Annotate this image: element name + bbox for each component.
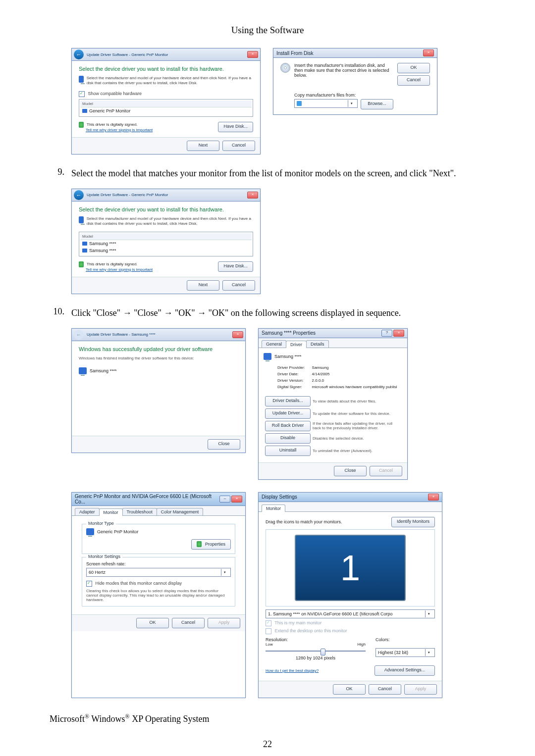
advanced-settings-button[interactable]: Advanced Settings... bbox=[374, 665, 435, 676]
signing-link[interactable]: Tell me why driver signing is important bbox=[86, 128, 153, 132]
refresh-rate-select[interactable]: 60 Hertz ▾ bbox=[86, 568, 231, 577]
chevron-down-icon[interactable]: ▾ bbox=[221, 569, 228, 576]
device-name: Samsung **** bbox=[90, 367, 117, 373]
ok-button[interactable]: OK bbox=[136, 618, 169, 628]
signing-link[interactable]: Tell me why driver signing is important bbox=[86, 267, 153, 272]
monitor-icon bbox=[79, 216, 84, 223]
close-icon[interactable]: × bbox=[423, 50, 434, 56]
help-icon[interactable]: ? bbox=[381, 330, 392, 337]
tab-general[interactable]: General bbox=[262, 340, 286, 348]
close-icon[interactable]: × bbox=[232, 331, 243, 338]
close-button[interactable]: Close bbox=[334, 466, 367, 476]
signed-label: This driver is digitally signed. bbox=[87, 122, 137, 127]
monitor-icon bbox=[264, 353, 271, 360]
slider-thumb[interactable] bbox=[321, 649, 325, 655]
ok-button[interactable]: OK bbox=[397, 63, 430, 73]
drive-icon bbox=[297, 101, 302, 106]
next-button[interactable]: Next bbox=[187, 141, 219, 151]
dialog-title: Update Driver Software - Generic PnP Mon… bbox=[87, 52, 168, 57]
ok-button[interactable]: OK bbox=[333, 684, 366, 695]
cancel-button[interactable]: Cancel bbox=[222, 141, 255, 151]
show-compat-checkbox[interactable] bbox=[79, 91, 85, 97]
best-display-link[interactable]: How do I get the best display? bbox=[266, 668, 319, 673]
display-select[interactable]: 1. Samsung **** on NVIDIA GeForce 6600 L… bbox=[266, 609, 435, 618]
cancel-button[interactable]: Cancel bbox=[369, 684, 401, 695]
identify-monitors-button[interactable]: Identify Monitors bbox=[391, 517, 435, 527]
tab-monitor[interactable]: Monitor bbox=[99, 508, 123, 516]
dialog-title: Samsung **** Properties bbox=[262, 330, 316, 336]
monitor-icon bbox=[82, 249, 87, 252]
cancel-button[interactable]: Cancel bbox=[397, 75, 430, 86]
success-heading: Windows has successfully updated your dr… bbox=[79, 346, 238, 352]
chevron-down-icon[interactable]: ▾ bbox=[425, 610, 432, 617]
resolution-label: Resolution: bbox=[266, 637, 366, 642]
have-disk-button[interactable]: Have Disk... bbox=[218, 122, 253, 132]
hide-modes-checkbox[interactable] bbox=[86, 581, 92, 587]
colors-select[interactable]: Highest (32 bit) ▾ bbox=[375, 648, 435, 657]
browse-button[interactable]: Browse... bbox=[361, 99, 393, 109]
hide-modes-help: Clearing this check box allows you to se… bbox=[86, 589, 231, 602]
tab-monitor[interactable]: Monitor bbox=[262, 504, 285, 512]
tab-troubleshoot[interactable]: Troubleshoot bbox=[122, 508, 157, 515]
step-text: Select the model that matches your monit… bbox=[71, 167, 485, 180]
tab-details[interactable]: Details bbox=[306, 340, 329, 348]
minimize-icon[interactable]: – bbox=[219, 496, 230, 503]
slider-low-label: Low bbox=[266, 642, 273, 647]
dialog-title: Install From Disk bbox=[276, 50, 313, 56]
signer-label: Digital Signer: bbox=[274, 384, 308, 390]
tab-adapter[interactable]: Adapter bbox=[75, 508, 100, 515]
model-list-item[interactable]: Samsung **** bbox=[80, 240, 252, 247]
uninstall-button[interactable]: Uninstall bbox=[265, 446, 311, 456]
display-settings-dialog: Display Settings × Monitor Drag the icon… bbox=[258, 492, 442, 698]
step-number: 9. bbox=[50, 167, 71, 180]
close-icon[interactable]: × bbox=[231, 496, 242, 503]
model-column-header: Model bbox=[80, 101, 252, 107]
dialog-title: Update Driver Software - Generic PnP Mon… bbox=[87, 193, 168, 197]
version-value: 2.0.0.0 bbox=[309, 378, 400, 383]
chevron-down-icon[interactable]: ▾ bbox=[425, 649, 432, 656]
monitor-type-value: Generic PnP Monitor bbox=[97, 528, 138, 534]
cancel-button[interactable]: Cancel bbox=[172, 618, 205, 628]
close-icon[interactable]: × bbox=[247, 51, 258, 58]
resolution-slider[interactable] bbox=[266, 651, 366, 652]
tab-driver[interactable]: Driver bbox=[286, 341, 307, 348]
monitor-icon bbox=[82, 109, 87, 113]
apply-button: Apply bbox=[404, 684, 437, 695]
back-icon[interactable]: ← bbox=[74, 190, 84, 200]
cancel-button[interactable]: Cancel bbox=[222, 280, 255, 291]
step-text: Click "Close" → "Close" → "OK" → "OK" on… bbox=[71, 306, 485, 319]
model-list-item[interactable]: Samsung **** bbox=[80, 247, 252, 254]
main-monitor-checkbox bbox=[266, 620, 271, 626]
close-icon[interactable]: × bbox=[393, 330, 404, 337]
drag-icons-label: Drag the icons to match your monitors. bbox=[266, 519, 342, 524]
monitor-preview[interactable]: 1 bbox=[295, 535, 406, 601]
extend-desktop-checkbox bbox=[266, 628, 271, 634]
colors-label: Colors: bbox=[375, 637, 435, 642]
os-heading: Microsoft® Windows® XP Operating System bbox=[50, 713, 485, 724]
tab-color-management[interactable]: Color Management bbox=[157, 508, 204, 515]
step-number: 10. bbox=[50, 306, 71, 319]
model-column-header: Model bbox=[80, 233, 252, 240]
date-label: Driver Date: bbox=[274, 371, 308, 377]
next-button[interactable]: Next bbox=[187, 280, 219, 291]
shield-icon bbox=[197, 541, 202, 547]
back-icon[interactable]: ← bbox=[74, 50, 84, 59]
disable-button[interactable]: Disable bbox=[265, 433, 311, 444]
copy-from-input[interactable]: ▾ bbox=[294, 99, 358, 108]
update-driver-button[interactable]: Update Driver... bbox=[265, 408, 311, 419]
have-disk-button[interactable]: Have Disk... bbox=[218, 261, 253, 272]
monitor-icon bbox=[82, 242, 87, 246]
rollback-driver-button[interactable]: Roll Back Driver bbox=[265, 421, 311, 431]
close-button[interactable]: Close bbox=[208, 439, 240, 450]
refresh-rate-label: Screen refresh rate: bbox=[86, 561, 231, 566]
slider-high-label: High bbox=[358, 642, 366, 647]
properties-button[interactable]: Properties bbox=[191, 539, 231, 550]
chevron-down-icon[interactable]: ▾ bbox=[348, 100, 355, 107]
driver-details-button[interactable]: Driver Details... bbox=[265, 396, 311, 406]
page-number: 22 bbox=[50, 739, 485, 750]
close-icon[interactable]: × bbox=[428, 494, 439, 501]
model-list-item[interactable]: Generic PnP Monitor bbox=[80, 107, 252, 114]
dialog-subtext: Select the manufacturer and model of you… bbox=[87, 216, 253, 227]
close-icon[interactable]: × bbox=[247, 192, 258, 199]
monitor-type-group: Monitor Type bbox=[86, 521, 116, 526]
